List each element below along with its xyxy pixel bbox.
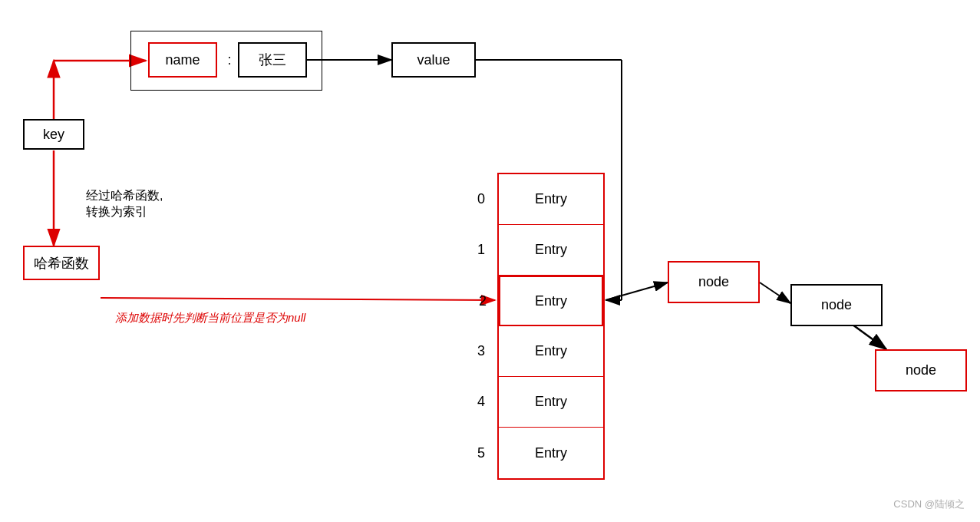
entry-row-5: 5 Entry: [499, 428, 603, 478]
value-label: value: [417, 52, 450, 68]
entry-row-3: 3 Entry: [499, 326, 603, 377]
entry-row-1: 1 Entry: [499, 225, 603, 276]
index-2: 2: [479, 293, 487, 309]
watermark: CSDN @陆倾之: [893, 497, 965, 511]
svg-line-10: [101, 298, 495, 300]
name-label: name: [165, 52, 200, 68]
node1-label: node: [698, 274, 729, 290]
node2-label: node: [821, 297, 852, 313]
hash-label: 哈希函数: [34, 254, 89, 273]
zhangsan-label: 张三: [259, 51, 286, 69]
zhangsan-box: 张三: [238, 42, 307, 78]
key-label: key: [43, 127, 64, 143]
add-data-desc: 添加数据时先判断当前位置是否为null: [115, 311, 305, 325]
index-4: 4: [477, 394, 485, 410]
node-box-3: node: [875, 349, 967, 392]
index-0: 0: [477, 191, 485, 207]
index-5: 5: [477, 445, 485, 461]
entry-row-4: 4 Entry: [499, 377, 603, 428]
hash-desc-line2: 转换为索引: [86, 204, 163, 220]
value-box: value: [391, 42, 476, 78]
name-box: name: [148, 42, 217, 78]
hash-desc: 经过哈希函数, 转换为索引: [86, 188, 163, 220]
index-3: 3: [477, 343, 485, 359]
hash-desc-line1: 经过哈希函数,: [86, 188, 163, 204]
colon-separator: :: [219, 42, 240, 78]
svg-line-12: [760, 282, 790, 303]
entry-row-2: 2 Entry: [499, 276, 603, 326]
entry-table: 0 Entry 1 Entry 2 Entry 3 Entry 4 Entry …: [497, 173, 605, 480]
svg-line-11: [605, 282, 668, 300]
key-box: key: [23, 119, 84, 150]
index-1: 1: [477, 242, 485, 258]
entry-row-0: 0 Entry: [499, 174, 603, 225]
hash-function-box: 哈希函数: [23, 246, 100, 280]
node-box-1: node: [668, 261, 760, 303]
node-box-2: node: [790, 284, 883, 326]
node3-label: node: [906, 362, 936, 378]
